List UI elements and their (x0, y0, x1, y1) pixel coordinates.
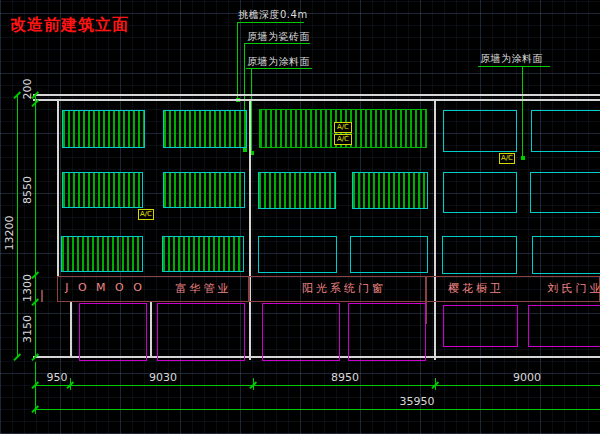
leader-line (251, 68, 252, 153)
drawing-title: 改造前建筑立面 (10, 15, 129, 36)
leader-line (237, 22, 238, 100)
window-frame (442, 236, 517, 274)
dimension-line-bays (35, 385, 600, 386)
storefront-opening (443, 305, 518, 347)
window-hatched (163, 110, 247, 148)
callout-eave-depth: 挑檐深度0.4m (238, 8, 308, 22)
window-frame (350, 236, 428, 273)
shop-sign: 樱花橱卫 (437, 281, 515, 296)
dim-value-total-width: 35950 (400, 395, 435, 408)
dim-value-upper-floors: 8550 (21, 176, 34, 204)
dim-value-total-height: 13200 (3, 216, 16, 251)
dim-tick (13, 353, 20, 360)
window-frame (531, 110, 600, 152)
window-hatched (61, 236, 143, 272)
dimension-line-total-width (35, 409, 600, 410)
window-hatched (352, 172, 428, 209)
storefront-opening (79, 303, 147, 361)
signboard-edge-stub (41, 290, 43, 302)
window-hatched (62, 110, 145, 148)
dim-value-signboard: 1300 (21, 274, 34, 302)
section-divider-2 (434, 100, 436, 360)
leader-line (244, 43, 310, 44)
dim-value-bay3: 9000 (513, 371, 541, 384)
shop-sign: 刘氏门业 (533, 281, 600, 296)
ac-unit-box: A/C (334, 122, 352, 133)
dim-value-ground-floor: 3150 (21, 315, 34, 343)
storefront-opening (528, 305, 600, 347)
dim-value-bay2: 8950 (331, 371, 359, 384)
window-frame (443, 110, 517, 152)
storefront-column (150, 302, 152, 358)
ac-unit-box: A/C (334, 134, 352, 145)
section-divider-1 (249, 100, 251, 360)
window-hatched (162, 236, 244, 272)
dim-value-left-offset: 950 (47, 371, 68, 384)
storefront-column (70, 302, 72, 358)
leader-line (478, 66, 550, 67)
eave-line-top (33, 94, 600, 96)
callout-tile-wall: 原墙为瓷砖面 (247, 30, 310, 44)
window-frame (258, 236, 337, 273)
dimension-line-floors (35, 95, 36, 357)
shop-sign: 富华管业 (156, 281, 251, 296)
window-frame (532, 236, 600, 274)
window-hatched (163, 172, 245, 208)
shop-sign: J O M O O (60, 281, 150, 294)
cad-elevation-canvas[interactable]: 改造前建筑立面 挑檐深度0.4m 原墙为瓷砖面 原墙为涂料面 原墙为涂料面 A/… (0, 0, 600, 434)
callout-paint-wall-right: 原墙为涂料面 (480, 52, 543, 66)
leader-line (237, 22, 304, 23)
storefront-opening (262, 303, 340, 361)
leader-arrow (521, 156, 525, 160)
dim-value-bay1: 9030 (149, 371, 177, 384)
window-hatched (258, 172, 336, 209)
storefront-opening (348, 303, 426, 361)
dimension-line-total-height (17, 95, 18, 357)
leader-line (522, 66, 523, 158)
ac-unit-box: A/C (138, 209, 154, 220)
leader-line (246, 68, 312, 69)
dim-value-eave: 200 (21, 79, 34, 100)
leader-arrow (243, 148, 247, 152)
left-wall (57, 100, 59, 276)
window-frame (530, 172, 600, 213)
window-hatched (62, 172, 143, 208)
eave-line-bottom (33, 99, 600, 101)
callout-paint-wall-left: 原墙为涂料面 (247, 55, 310, 69)
storefront-opening (157, 303, 245, 361)
window-frame (443, 172, 517, 213)
shop-sign: 阳光系统门窗 (255, 281, 433, 296)
ac-unit-box: A/C (499, 153, 515, 164)
